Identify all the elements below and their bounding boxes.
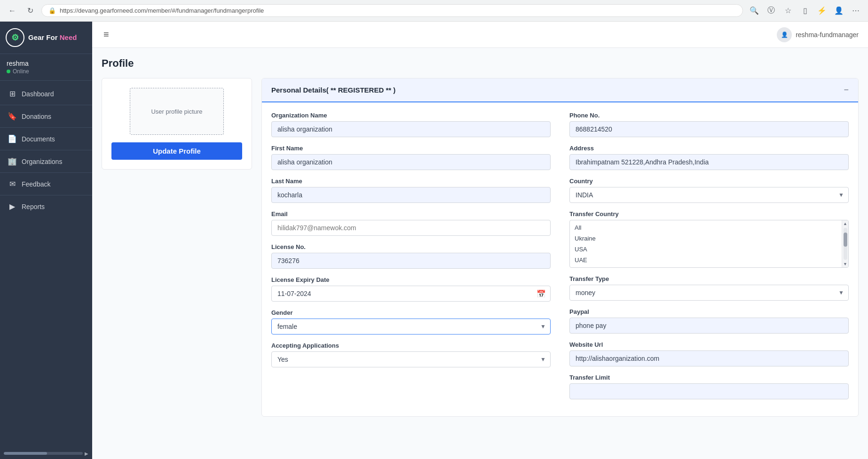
website-group: Website Url (569, 341, 849, 366)
sidebar-logo: ⚙ Gear For Need (0, 22, 92, 54)
right-panel: Personal Details( ** REGISTERED ** ) − O… (261, 78, 859, 417)
hamburger-button[interactable]: ≡ (102, 27, 111, 42)
form-header: Personal Details( ** REGISTERED ** ) − (262, 78, 858, 102)
divider-5 (0, 195, 92, 195)
sidebar: ⚙ Gear For Need reshma Online ⊞ Dashboar… (0, 22, 92, 459)
listbox-option-uae[interactable]: UAE (570, 255, 842, 265)
accepting-label: Accepting Applications (271, 342, 551, 349)
org-name-label: Organization Name (271, 112, 551, 119)
online-dot (7, 70, 10, 73)
first-name-group: First Name (271, 145, 551, 170)
country-select[interactable]: INDIA USA UK (569, 187, 849, 203)
back-button[interactable]: ← (6, 4, 19, 17)
listbox-options: All Ukraine USA UAE (570, 220, 842, 267)
last-name-input[interactable] (271, 187, 551, 203)
logo-text: Gear For Need (28, 33, 77, 42)
app-container: ⚙ Gear For Need reshma Online ⊞ Dashboar… (0, 22, 868, 459)
listbox-option-all[interactable]: All (570, 222, 842, 233)
gender-label: Gender (271, 309, 551, 316)
user-info: reshma Online (0, 54, 92, 81)
transfer-country-label: Transfer Country (569, 210, 849, 218)
organizations-icon: 🏢 (8, 157, 17, 166)
address-input[interactable] (569, 154, 849, 170)
first-name-label: First Name (271, 145, 551, 152)
sidebar-item-label: Reports (22, 203, 45, 210)
first-name-input[interactable] (271, 154, 551, 170)
sidebar-item-label: Feedback (22, 180, 50, 188)
page-title: Profile (102, 57, 859, 70)
scrollbar-up-arrow[interactable]: ▲ (842, 220, 849, 227)
email-input[interactable] (271, 220, 551, 236)
accepting-select[interactable]: Yes No (271, 351, 551, 367)
avatar: 👤 (777, 27, 792, 42)
transfer-limit-input[interactable] (569, 383, 849, 399)
country-label: Country (569, 178, 849, 185)
divider-4 (0, 172, 92, 173)
transfer-type-group: Transfer Type money goods ▼ (569, 275, 849, 301)
paypal-input[interactable] (569, 318, 849, 334)
license-no-group: License No. (271, 243, 551, 269)
main-content: ≡ 👤 reshma-fundmanager Profile User prof… (92, 22, 868, 459)
license-expiry-label: License Expiry Date (271, 276, 551, 283)
last-name-group: Last Name (271, 178, 551, 203)
sidebar-item-feedback[interactable]: ✉ Feedback (0, 175, 92, 193)
bookmark-btn[interactable]: ☆ (781, 4, 795, 17)
sidebar-scroll-right[interactable]: ▶ (83, 450, 90, 457)
sidebar-item-reports[interactable]: ▶ Reports (0, 197, 92, 216)
scrollbar-down-arrow[interactable]: ▼ (842, 261, 849, 267)
forward-button[interactable]: ↻ (24, 4, 37, 17)
listbox-option-ukraine[interactable]: Ukraine (570, 233, 842, 244)
lock-icon: 🔒 (48, 7, 56, 14)
reports-arrow-icon: ▶ (8, 202, 17, 211)
form-body: Organization Name First Name Last Name (262, 102, 858, 416)
sidebar-item-donations[interactable]: 🔖 Donations (0, 107, 92, 125)
url-text: https://devang.gearforneed.com/member/#/… (60, 7, 264, 14)
listbox-option-usa[interactable]: USA (570, 244, 842, 255)
sidebar-item-documents[interactable]: 📄 Documents (0, 130, 92, 148)
sidebar-item-dashboard[interactable]: ⊞ Dashboard (0, 85, 92, 103)
license-no-input[interactable] (271, 253, 551, 269)
form-left-col: Organization Name First Name Last Name (271, 112, 551, 407)
phone-group: Phone No. (569, 112, 849, 137)
form-header-title: Personal Details( ** REGISTERED ** ) (271, 86, 395, 94)
divider-1 (0, 105, 92, 105)
browser-actions: 🔍 Ⓥ ☆ ▯ ⚡ 👤 ⋯ (748, 4, 862, 17)
more-btn[interactable]: ⋯ (849, 4, 862, 17)
license-expiry-input[interactable] (271, 286, 551, 302)
sidebar-scroll-track (4, 452, 83, 455)
left-panel: User profile picture Update Profile (102, 78, 252, 170)
profile-picture[interactable]: User profile picture (130, 88, 224, 135)
website-label: Website Url (569, 341, 849, 348)
address-label: Address (569, 145, 849, 152)
update-profile-button[interactable]: Update Profile (111, 142, 242, 160)
gender-group: Gender female male other ▼ (271, 309, 551, 335)
org-name-input[interactable] (271, 121, 551, 137)
split-btn[interactable]: ▯ (798, 4, 812, 17)
license-expiry-group: License Expiry Date 📅 (271, 276, 551, 302)
sidebar-item-organizations[interactable]: 🏢 Organizations (0, 152, 92, 171)
transfer-limit-label: Transfer Limit (569, 374, 849, 381)
profile-pic-label: User profile picture (151, 108, 202, 115)
documents-icon: 📄 (8, 134, 17, 143)
dashboard-icon: ⊞ (8, 89, 17, 98)
transfer-type-select[interactable]: money goods (569, 285, 849, 301)
search-btn[interactable]: 🔍 (748, 4, 761, 17)
transfer-country-listbox[interactable]: All Ukraine USA UAE ▲ (569, 220, 849, 268)
license-no-label: License No. (271, 243, 551, 250)
extensions-btn[interactable]: ⚡ (815, 4, 829, 17)
gender-select[interactable]: female male other (271, 319, 551, 335)
accepting-select-wrapper: Yes No ▼ (271, 351, 551, 367)
email-label: Email (271, 210, 551, 218)
paypal-group: Paypal (569, 308, 849, 334)
email-group: Email (271, 210, 551, 236)
phone-input[interactable] (569, 121, 849, 137)
form-collapse-button[interactable]: − (844, 85, 849, 95)
profile-btn[interactable]: Ⓥ (765, 4, 778, 17)
scrollbar-track (844, 228, 847, 260)
website-input[interactable] (569, 350, 849, 366)
accepting-group: Accepting Applications Yes No ▼ (271, 342, 551, 367)
sidebar-item-label: Dashboard (22, 90, 54, 98)
account-btn[interactable]: 👤 (832, 4, 845, 17)
url-bar[interactable]: 🔒 https://devang.gearforneed.com/member/… (41, 4, 743, 17)
avatar-icon: 👤 (781, 31, 788, 38)
